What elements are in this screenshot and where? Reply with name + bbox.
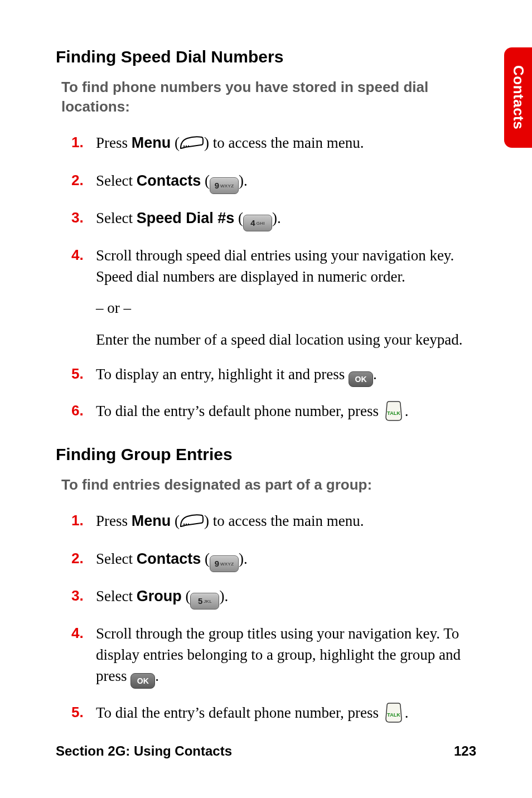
step-body: Select Contacts (9WXYZ). xyxy=(96,548,476,572)
digit: 9 xyxy=(215,181,219,190)
steps-group-entries: 1. Press Menu () to access the main menu… xyxy=(56,510,476,729)
text: ( xyxy=(171,512,180,529)
step-body: Press Menu () to access the main menu. xyxy=(96,510,476,534)
letters: JKL xyxy=(204,599,212,604)
text: Scroll through speed dial entries using … xyxy=(96,247,454,285)
or-divider: – or – xyxy=(96,297,476,318)
step-5: 5. To dial the entry’s default phone num… xyxy=(71,702,476,729)
step-body: To display an entry, highlight it and pr… xyxy=(96,364,476,387)
text: Select xyxy=(96,550,137,567)
talk-key-icon: TALK xyxy=(383,400,405,427)
svg-point-1 xyxy=(186,146,187,147)
text: . xyxy=(405,403,409,419)
step-3: 3. Select Group (5JKL). xyxy=(71,586,476,610)
softkey-icon xyxy=(180,513,204,534)
keypad-4-icon: 4GHI xyxy=(243,215,272,231)
footer-section: Section 2G: Using Contacts xyxy=(56,743,232,759)
step-6: 6. To dial the entry’s default phone num… xyxy=(71,400,476,427)
step-number: 6. xyxy=(71,400,96,427)
text: To dial the entry’s default phone number… xyxy=(96,403,383,419)
step-body: To dial the entry’s default phone number… xyxy=(96,702,476,729)
step-1: 1. Press Menu () to access the main menu… xyxy=(71,510,476,534)
side-tab-label: Contacts xyxy=(510,65,527,129)
step-number: 1. xyxy=(71,132,96,156)
intro-speed-dial: To find phone numbers you have stored in… xyxy=(61,78,476,117)
text: ( xyxy=(234,210,243,226)
text: ). xyxy=(239,172,248,189)
step-4: 4. Scroll through the group titles using… xyxy=(71,623,476,689)
step-number: 3. xyxy=(71,207,96,231)
step-body: Select Contacts (9WXYZ). xyxy=(96,170,476,194)
svg-text:TALK: TALK xyxy=(387,712,400,718)
step-number: 2. xyxy=(71,548,96,572)
label-menu: Menu xyxy=(132,134,171,151)
steps-speed-dial: 1. Press Menu () to access the main menu… xyxy=(56,132,476,427)
text: Select xyxy=(96,588,137,604)
page: Contacts Finding Speed Dial Numbers To f… xyxy=(0,0,532,798)
label-speed-dial: Speed Dial #s xyxy=(137,210,235,226)
text: To dial the entry’s default phone number… xyxy=(96,704,383,721)
text: . xyxy=(155,668,159,684)
heading-group-entries: Finding Group Entries xyxy=(56,445,476,464)
digit: 9 xyxy=(215,559,219,568)
label-contacts: Contacts xyxy=(137,172,201,189)
intro-group-entries: To find entries designated as part of a … xyxy=(61,475,476,495)
svg-point-6 xyxy=(188,524,189,525)
step-5: 5. To display an entry, highlight it and… xyxy=(71,364,476,387)
step-body: To dial the entry’s default phone number… xyxy=(96,400,476,427)
label-contacts: Contacts xyxy=(137,550,201,567)
letters: WXYZ xyxy=(220,183,234,188)
text: Select xyxy=(96,210,137,226)
keypad-9-icon: 9WXYZ xyxy=(210,555,239,572)
svg-point-5 xyxy=(186,524,187,525)
text: Select xyxy=(96,172,137,189)
step-number: 4. xyxy=(71,245,96,350)
text: ( xyxy=(201,550,210,567)
text: ( xyxy=(182,588,191,604)
step-number: 3. xyxy=(71,586,96,610)
step-body: Press Menu () to access the main menu. xyxy=(96,132,476,156)
text: Press xyxy=(96,134,132,151)
step-2: 2. Select Contacts (9WXYZ). xyxy=(71,548,476,572)
heading-speed-dial: Finding Speed Dial Numbers xyxy=(56,47,476,66)
step-body: Select Group (5JKL). xyxy=(96,586,476,610)
svg-point-2 xyxy=(188,146,189,147)
step-number: 1. xyxy=(71,510,96,534)
text: ). xyxy=(219,588,228,604)
text: Press xyxy=(96,512,132,529)
text: ) to access the main menu. xyxy=(204,134,364,151)
text: To display an entry, highlight it and pr… xyxy=(96,366,349,383)
text: ( xyxy=(171,134,180,151)
ok-key-icon: OK xyxy=(130,673,155,689)
svg-point-4 xyxy=(183,524,185,525)
keypad-9-icon: 9WXYZ xyxy=(210,177,239,194)
text: Enter the number of a speed dial locatio… xyxy=(96,329,476,350)
step-2: 2. Select Contacts (9WXYZ). xyxy=(71,170,476,194)
text: . xyxy=(405,704,409,721)
label-group: Group xyxy=(137,588,182,604)
digit: 5 xyxy=(198,596,202,606)
svg-text:TALK: TALK xyxy=(387,410,400,416)
step-body: Select Speed Dial #s (4GHI). xyxy=(96,207,476,231)
svg-point-0 xyxy=(183,146,185,147)
step-number: 5. xyxy=(71,702,96,729)
letters: WXYZ xyxy=(220,562,234,567)
letters: GHI xyxy=(257,221,265,226)
step-number: 5. xyxy=(71,364,96,387)
label-menu: Menu xyxy=(132,512,171,529)
step-number: 2. xyxy=(71,170,96,194)
side-tab-contacts: Contacts xyxy=(504,47,532,148)
text: . xyxy=(373,366,377,383)
ok-key-icon: OK xyxy=(349,371,373,387)
step-number: 4. xyxy=(71,623,96,689)
step-3: 3. Select Speed Dial #s (4GHI). xyxy=(71,207,476,231)
step-4: 4. Scroll through speed dial entries usi… xyxy=(71,245,476,350)
digit: 4 xyxy=(250,218,255,228)
step-body: Scroll through the group titles using yo… xyxy=(96,623,476,689)
text: ). xyxy=(272,210,281,226)
step-1: 1. Press Menu () to access the main menu… xyxy=(71,132,476,156)
step-body: Scroll through speed dial entries using … xyxy=(96,245,476,350)
text: ) to access the main menu. xyxy=(204,512,364,529)
softkey-icon xyxy=(180,135,204,156)
page-footer: Section 2G: Using Contacts 123 xyxy=(56,743,476,759)
